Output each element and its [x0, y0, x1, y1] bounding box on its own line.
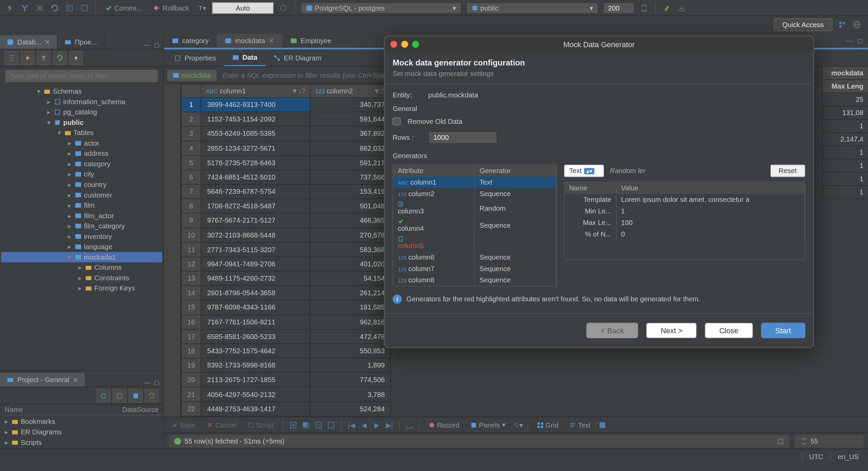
edit-row-icon[interactable]: [326, 420, 337, 430]
commit-button[interactable]: Commi...: [102, 3, 145, 13]
prop-row[interactable]: Min Le...1: [565, 205, 805, 217]
schema-selector[interactable]: public▾: [466, 2, 598, 14]
attributes-table[interactable]: AttributeGenerator ABC column1Text123 co…: [393, 165, 557, 286]
attr-row-column2[interactable]: 123 column2Sequence: [393, 188, 556, 200]
table-row[interactable]: 21152-7453-1154-2092591,644: [181, 112, 391, 127]
table-row[interactable]: 167167-7761-1506-8211962,816: [181, 315, 391, 329]
attr-row-column5[interactable]: column5: [393, 234, 556, 251]
rows-indicator[interactable]: 55: [794, 435, 863, 447]
table-row[interactable]: 129947-0941-7489-2706401,020: [181, 257, 391, 271]
table-row[interactable]: 13899-4462-9313-7400340,737: [181, 97, 391, 112]
cancel-button[interactable]: Cancel: [202, 419, 241, 431]
disconnect-icon[interactable]: [35, 3, 45, 13]
auto-commit-select[interactable]: Auto: [212, 2, 274, 14]
table-row[interactable]: 176585-8581-2600-5233472,478: [181, 329, 391, 344]
script-button[interactable]: Script: [243, 419, 278, 431]
table-row[interactable]: 202113-2675-1727-1855774,506: [181, 373, 391, 387]
tab-employee[interactable]: Employee: [282, 34, 339, 48]
connect-icon[interactable]: [20, 3, 30, 13]
project-item-bookmarks[interactable]: ▸Bookmarks: [1, 416, 162, 427]
reset-button[interactable]: Reset: [770, 165, 805, 177]
last-page-icon[interactable]: ▶|: [384, 420, 395, 430]
quick-access-button[interactable]: Quick Access: [774, 18, 832, 31]
panels-button[interactable]: Panels ▾: [466, 419, 510, 431]
gear-icon[interactable]: ▾: [513, 420, 523, 430]
generator-type-select[interactable]: Text▴▾: [564, 165, 604, 177]
window-minimize-icon[interactable]: [401, 41, 408, 48]
restore-icon[interactable]: ◻: [154, 379, 160, 387]
tx-log-icon[interactable]: [278, 3, 289, 13]
attr-row-column3[interactable]: column3Random: [393, 200, 556, 217]
close-button[interactable]: Close: [705, 323, 753, 338]
tree-table-film_actor[interactable]: ▸film_actor: [1, 211, 162, 221]
new-connection-icon[interactable]: [5, 3, 15, 13]
text-view-button[interactable]: Text: [565, 419, 595, 431]
minimize-icon[interactable]: —: [144, 379, 151, 387]
table-row[interactable]: 198392-1733-5998-81681,899: [181, 358, 391, 373]
remove-old-data-checkbox[interactable]: [393, 117, 401, 126]
close-icon[interactable]: ✕: [73, 376, 78, 383]
tree-table-address[interactable]: ▸address: [1, 148, 162, 159]
window-zoom-icon[interactable]: [412, 41, 419, 48]
tree-filter-input[interactable]: [5, 69, 159, 83]
sync-icon[interactable]: [639, 3, 650, 13]
collapse-proj-icon[interactable]: [113, 389, 126, 402]
subtab-data[interactable]: Data: [224, 50, 265, 66]
window-close-icon[interactable]: [390, 41, 397, 48]
table-row[interactable]: 224448-2753-4639-1417524,284: [181, 402, 391, 416]
globe-icon[interactable]: [852, 20, 863, 30]
sql-editor-icon[interactable]: [64, 3, 75, 13]
sql-console-icon[interactable]: [79, 3, 90, 13]
tab-category[interactable]: category: [164, 34, 217, 48]
database-tree[interactable]: ▾Schemas ▸information_schema ▸pg_catalog…: [0, 85, 163, 371]
table-row[interactable]: 99767-5674-2171-5127466,365: [181, 213, 391, 228]
filter-icon[interactable]: ▼↕?: [291, 87, 305, 95]
prop-row[interactable]: Max Le...100: [565, 217, 805, 228]
table-row[interactable]: 142601-8796-0544-3658261,214: [181, 286, 391, 300]
fetch-size-input[interactable]: [603, 2, 634, 14]
tree-table-film_category[interactable]: ▸film_category: [1, 221, 162, 231]
next-button[interactable]: Next >: [646, 323, 697, 338]
table-row[interactable]: 103072-2103-8668-5448270,578: [181, 228, 391, 242]
tree-table-film[interactable]: ▸film: [1, 200, 162, 211]
table-row[interactable]: 67424-6851-4512-5010737,566: [181, 170, 391, 185]
rows-input[interactable]: [428, 131, 497, 144]
table-row[interactable]: 112771-7343-5115-3207583,368: [181, 242, 391, 257]
subtab-er-diagram[interactable]: ER Diagram: [265, 50, 330, 65]
prev-page-icon[interactable]: ◀: [359, 420, 370, 430]
dialog-titlebar[interactable]: Mock Data Generator: [384, 36, 813, 52]
config-proj-icon[interactable]: [97, 389, 111, 402]
rollback-button[interactable]: Rollback: [150, 3, 193, 13]
export-icon[interactable]: [676, 3, 687, 13]
generator-props-table[interactable]: NameValue TemplateLorem ipsum dolor sit …: [564, 182, 805, 260]
table-row[interactable]: 81708-8272-4518-5487501,048: [181, 199, 391, 213]
collapse-all-icon[interactable]: [5, 51, 19, 65]
json-view-icon[interactable]: [597, 420, 608, 430]
refresh-icon[interactable]: [50, 3, 60, 13]
tree-table-mockada1[interactable]: ▾mockada1: [1, 252, 162, 263]
next-page-icon[interactable]: ▶: [372, 420, 382, 430]
table-row[interactable]: 185433-7752-1575-4642550,853: [181, 344, 391, 358]
attr-row-column8[interactable]: 123 column8Sequence: [393, 275, 556, 286]
attr-row-column6[interactable]: 123 column6Sequence: [393, 251, 556, 263]
export-icon[interactable]: [405, 420, 415, 430]
copy-icon[interactable]: [777, 437, 784, 444]
link-proj-icon[interactable]: [129, 389, 143, 402]
minimize-icon[interactable]: —: [846, 37, 853, 45]
prop-row[interactable]: TemplateLorem ipsum dolor sit amet, cons…: [565, 194, 805, 205]
database-nav-tab[interactable]: Datab...✕: [0, 35, 58, 49]
tree-table-category[interactable]: ▸category: [1, 159, 162, 169]
perspective-icon[interactable]: [837, 20, 847, 30]
attr-row-column4[interactable]: column4Sequence: [393, 217, 556, 234]
tree-table-city[interactable]: ▸city: [1, 169, 162, 180]
maximize-icon[interactable]: ◻: [857, 37, 863, 45]
start-button[interactable]: Start: [761, 323, 805, 338]
project-item-er-diagrams[interactable]: ▸ER Diagrams: [1, 427, 162, 437]
table-chip[interactable]: mockdata: [167, 69, 217, 81]
link-editor-icon[interactable]: [21, 51, 35, 65]
tree-table-actor[interactable]: ▸actor: [1, 138, 162, 149]
save-button[interactable]: Save: [167, 419, 200, 431]
tree-table-language[interactable]: ▸language: [1, 242, 162, 252]
filter-icon[interactable]: [37, 51, 51, 65]
attr-row-column1[interactable]: ABC column1Text: [393, 176, 556, 188]
